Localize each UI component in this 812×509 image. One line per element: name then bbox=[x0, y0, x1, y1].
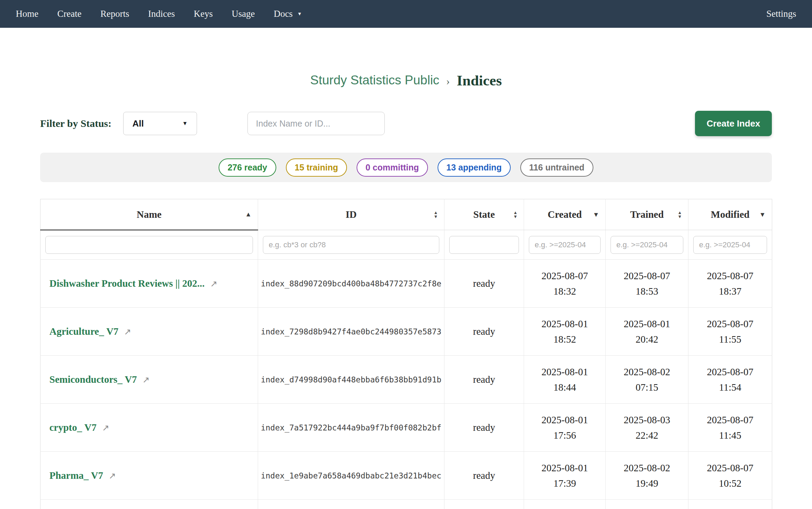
nav-item-reports[interactable]: Reports bbox=[100, 9, 129, 19]
modified-cell: 2025-08-07 11:45 bbox=[688, 404, 772, 452]
trained-cell: 2025-08-02 19:49 bbox=[606, 452, 688, 500]
table-row: Agriculture_ V7↗ index_7298d8b9427f4ae0b… bbox=[40, 308, 772, 356]
index-state: ready bbox=[444, 356, 524, 404]
index-id: index_1e9abe7a658a469dbabc21e3d21b4bec bbox=[258, 452, 444, 500]
nav-item-docs[interactable]: Docs ▼ bbox=[274, 9, 302, 19]
filter-by-status-label: Filter by Status: bbox=[40, 118, 112, 129]
trained-cell: 2025-08-02 07:15 bbox=[606, 356, 688, 404]
external-link-icon: ↗ bbox=[109, 471, 116, 481]
trained-cell: 2025-08-07 18:53 bbox=[606, 260, 688, 308]
created-cell: 2025-08-01 18:44 bbox=[524, 356, 606, 404]
external-link-icon: ↗ bbox=[142, 375, 150, 385]
status-badge-appending[interactable]: 13 appending bbox=[438, 158, 511, 177]
nav-item-indices[interactable]: Indices bbox=[148, 9, 175, 19]
status-summary-bar: 276 ready 15 training 0 committing 13 ap… bbox=[40, 153, 772, 182]
status-badge-training[interactable]: 15 training bbox=[286, 158, 347, 177]
column-label: State bbox=[473, 209, 495, 220]
table-row: Semiconductors_ V7↗ index_d74998d90af448… bbox=[40, 356, 772, 404]
index-name-link[interactable]: Semiconductors_ V7 bbox=[49, 374, 137, 385]
created-cell: 2025-08-01 17:56 bbox=[524, 404, 606, 452]
chevron-down-icon: ▼ bbox=[297, 11, 302, 17]
index-id: index_d74998d90af448ebba6f6b38bb91d91b bbox=[258, 356, 444, 404]
filter-bar: Filter by Status: All ▼ Create Index bbox=[40, 111, 772, 136]
status-filter-value: All bbox=[132, 118, 144, 129]
modified-cell: 2025-08-07 11:55 bbox=[688, 308, 772, 356]
nav-left: Home Create Reports Indices Keys Usage D… bbox=[16, 9, 302, 19]
nav-item-usage[interactable]: Usage bbox=[232, 9, 255, 19]
name-filter-input[interactable] bbox=[45, 236, 253, 254]
index-state: ready bbox=[444, 404, 524, 452]
modified-cell: 2025-08-07 18:37 bbox=[688, 260, 772, 308]
breadcrumb-parent-link[interactable]: Sturdy Statistics Public bbox=[310, 73, 439, 87]
column-label: Created bbox=[548, 209, 582, 220]
column-label: ID bbox=[346, 209, 357, 220]
external-link-icon: ↗ bbox=[210, 279, 217, 289]
status-filter-dropdown[interactable]: All ▼ bbox=[123, 112, 197, 135]
sort-both-icon: ▲▼ bbox=[677, 211, 682, 219]
chevron-down-icon: ▼ bbox=[182, 120, 188, 127]
trained-filter-input[interactable] bbox=[611, 236, 683, 254]
created-cell: 2025-08-07 18:32 bbox=[524, 260, 606, 308]
column-label: Trained bbox=[630, 209, 664, 220]
table-header-row: Name ▲ ID ▲▼ State ▲▼ Created bbox=[40, 199, 772, 230]
id-filter-input[interactable] bbox=[263, 236, 439, 254]
index-id: index_7a517922bc444a9ba9f7bf00f082b2bf bbox=[258, 404, 444, 452]
index-name-link[interactable]: Pharma_ V7 bbox=[49, 470, 103, 481]
index-id: index_7298d8b9427f4ae0bc244980357e5873 bbox=[258, 308, 444, 356]
table-row: Pharma_ V7↗ index_1e9abe7a658a469dbabc21… bbox=[40, 452, 772, 500]
status-badge-untrained[interactable]: 116 untrained bbox=[520, 158, 593, 177]
index-state: ready bbox=[444, 452, 524, 500]
nav-docs-label: Docs bbox=[274, 9, 293, 19]
state-filter-input[interactable] bbox=[449, 236, 519, 254]
nav-item-settings[interactable]: Settings bbox=[766, 9, 796, 19]
indices-table: Name ▲ ID ▲▼ State ▲▼ Created bbox=[40, 199, 772, 509]
table-row: crypto_ V7↗ index_7a517922bc444a9ba9f7bf… bbox=[40, 404, 772, 452]
column-header-modified[interactable]: Modified ▼ bbox=[688, 199, 772, 230]
sort-desc-icon: ▼ bbox=[759, 211, 766, 218]
column-header-created[interactable]: Created ▼ bbox=[524, 199, 606, 230]
index-name-link[interactable]: crypto_ V7 bbox=[49, 422, 96, 433]
created-cell: 2025-08-01 17:39 bbox=[524, 452, 606, 500]
index-state: ready bbox=[444, 260, 524, 308]
table-row: Dishwasher Product Reviews || 202...↗ in… bbox=[40, 260, 772, 308]
page-title: Indices bbox=[457, 72, 502, 89]
breadcrumb-separator-icon: › bbox=[446, 73, 450, 87]
index-state: ready bbox=[444, 308, 524, 356]
column-header-name[interactable]: Name ▲ bbox=[40, 199, 258, 230]
sort-both-icon: ▲▼ bbox=[433, 211, 438, 219]
create-index-button[interactable]: Create Index bbox=[695, 111, 772, 136]
sort-desc-icon: ▼ bbox=[593, 211, 599, 218]
top-nav: Home Create Reports Indices Keys Usage D… bbox=[0, 0, 812, 28]
index-id: index_88d907209bcd400ba48b4772737c2f8e bbox=[258, 260, 444, 308]
nav-item-home[interactable]: Home bbox=[16, 9, 38, 19]
modified-cell: 2025-08-07 10:52 bbox=[688, 452, 772, 500]
status-badge-ready[interactable]: 276 ready bbox=[219, 158, 276, 177]
nav-item-keys[interactable]: Keys bbox=[194, 9, 213, 19]
index-name-link[interactable]: Agriculture_ V7 bbox=[49, 326, 118, 337]
column-header-state[interactable]: State ▲▼ bbox=[444, 199, 524, 230]
column-label: Modified bbox=[711, 209, 750, 220]
nav-item-create[interactable]: Create bbox=[57, 9, 81, 19]
index-name-link[interactable]: Dishwasher Product Reviews || 202... bbox=[49, 278, 205, 289]
created-filter-input[interactable] bbox=[529, 236, 601, 254]
sort-both-icon: ▲▼ bbox=[513, 211, 518, 219]
external-link-icon: ↗ bbox=[102, 423, 109, 433]
column-header-id[interactable]: ID ▲▼ bbox=[258, 199, 444, 230]
status-badge-committing[interactable]: 0 committing bbox=[357, 158, 428, 177]
modified-cell: 2025-08-07 11:54 bbox=[688, 356, 772, 404]
external-link-icon: ↗ bbox=[124, 327, 131, 337]
breadcrumb: Sturdy Statistics Public › Indices bbox=[40, 71, 772, 90]
trained-cell: 2025-08-03 22:42 bbox=[606, 404, 688, 452]
main-content: Sturdy Statistics Public › Indices Filte… bbox=[40, 71, 772, 509]
index-search-input[interactable] bbox=[247, 112, 385, 135]
created-cell: 2025-08-01 18:52 bbox=[524, 308, 606, 356]
trained-cell: 2025-08-01 20:42 bbox=[606, 308, 688, 356]
modified-filter-input[interactable] bbox=[693, 236, 767, 254]
table-filter-row bbox=[40, 230, 772, 260]
sort-asc-icon: ▲ bbox=[245, 211, 252, 218]
table-row-partial bbox=[40, 500, 772, 509]
column-header-trained[interactable]: Trained ▲▼ bbox=[606, 199, 688, 230]
column-label: Name bbox=[137, 209, 161, 220]
